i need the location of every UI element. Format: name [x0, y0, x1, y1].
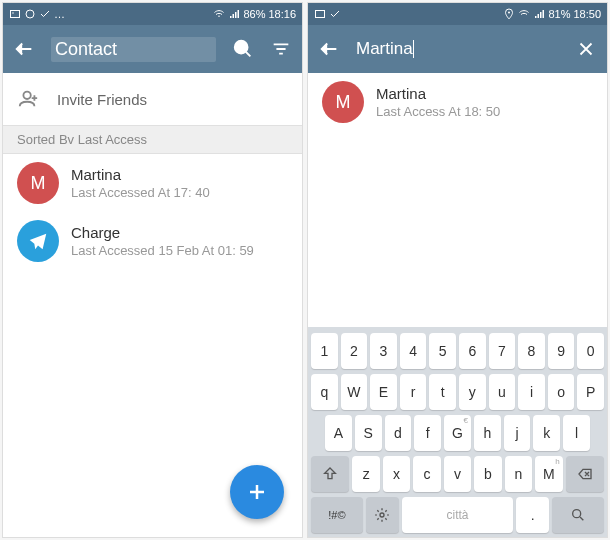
battery-text: 81% [548, 8, 570, 20]
key-A[interactable]: A [325, 415, 352, 451]
telegram-avatar [17, 220, 59, 262]
status-bar: … 86% 18:16 [3, 3, 302, 25]
key-y[interactable]: y [459, 374, 486, 410]
right-screen: 81% 18:50 Martina M Martina Last Access … [307, 2, 608, 538]
key-q[interactable]: q [311, 374, 338, 410]
key-d[interactable]: d [385, 415, 412, 451]
contact-name: Charge [71, 224, 254, 241]
shift-key[interactable] [311, 456, 349, 492]
kb-row-2: qWErtyuioP [311, 374, 604, 410]
contact-row[interactable]: M Martina Last Access At 18: 50 [308, 73, 607, 131]
key-k[interactable]: k [533, 415, 560, 451]
kb-row-5: !#© città . [311, 497, 604, 533]
key-4[interactable]: 4 [400, 333, 427, 369]
battery-text: 86% [243, 8, 265, 20]
check-icon [329, 8, 341, 20]
search-header: Martina [308, 25, 607, 73]
key-t[interactable]: t [429, 374, 456, 410]
key-1[interactable]: 1 [311, 333, 338, 369]
key-G[interactable]: G€ [444, 415, 471, 451]
space-key[interactable]: città [402, 497, 513, 533]
new-contact-fab[interactable] [230, 465, 284, 519]
wifi-icon [518, 8, 530, 20]
svg-point-5 [508, 12, 510, 14]
location-icon [503, 8, 515, 20]
key-o[interactable]: o [548, 374, 575, 410]
left-screen: … 86% 18:16 Contact Invite Friends Sorte… [2, 2, 303, 538]
key-E[interactable]: E [370, 374, 397, 410]
section-header: Sorted Bv Last Access [3, 125, 302, 154]
contact-row[interactable]: Charge Last Accessed 15 Feb At 01: 59 [3, 212, 302, 270]
invite-icon [17, 88, 39, 110]
avatar: M [322, 81, 364, 123]
key-6[interactable]: 6 [459, 333, 486, 369]
key-u[interactable]: u [489, 374, 516, 410]
key-P[interactable]: P [577, 374, 604, 410]
back-button[interactable] [318, 38, 340, 60]
avatar: M [17, 162, 59, 204]
svg-rect-0 [11, 11, 20, 18]
image-icon [314, 8, 326, 20]
back-button[interactable] [13, 38, 35, 60]
contact-sub: Last Accessed 15 Feb At 01: 59 [71, 243, 254, 258]
signal-icon [533, 8, 545, 20]
backspace-key[interactable] [566, 456, 604, 492]
invite-friends-row[interactable]: Invite Friends [3, 73, 302, 125]
svg-point-7 [573, 510, 581, 518]
key-S[interactable]: S [355, 415, 382, 451]
contact-row[interactable]: M Martina Last Accessed At 17: 40 [3, 154, 302, 212]
status-bar: 81% 18:50 [308, 3, 607, 25]
period-key[interactable]: . [516, 497, 549, 533]
signal-icon [228, 8, 240, 20]
key-2[interactable]: 2 [341, 333, 368, 369]
key-n[interactable]: n [505, 456, 532, 492]
svg-point-3 [235, 41, 248, 54]
search-key[interactable] [552, 497, 604, 533]
key-f[interactable]: f [414, 415, 441, 451]
settings-key[interactable] [366, 497, 399, 533]
invite-label: Invite Friends [57, 91, 147, 108]
svg-rect-4 [316, 11, 325, 18]
svg-point-6 [380, 513, 384, 517]
key-3[interactable]: 3 [370, 333, 397, 369]
key-r[interactable]: r [400, 374, 427, 410]
key-c[interactable]: c [413, 456, 440, 492]
key-0[interactable]: 0 [577, 333, 604, 369]
key-8[interactable]: 8 [518, 333, 545, 369]
key-l[interactable]: l [563, 415, 590, 451]
sort-button[interactable] [270, 38, 292, 60]
key-v[interactable]: v [444, 456, 471, 492]
kb-row-3: ASdfG€hjkl [311, 415, 604, 451]
key-b[interactable]: b [474, 456, 501, 492]
contact-sub: Last Accessed At 17: 40 [71, 185, 210, 200]
search-input[interactable]: Martina [356, 39, 413, 59]
key-M[interactable]: Mh [535, 456, 562, 492]
check-icon [39, 8, 51, 20]
more-icon: … [54, 8, 65, 20]
svg-point-1 [12, 12, 14, 14]
kb-row-numbers: 1234567890 [311, 333, 604, 369]
soft-keyboard: 1234567890 qWErtyuioP ASdfG€hjkl zxcvbnM… [308, 327, 607, 537]
clock-text: 18:16 [268, 8, 296, 20]
clear-search-button[interactable] [575, 38, 597, 60]
search-button[interactable] [232, 38, 254, 60]
key-9[interactable]: 9 [548, 333, 575, 369]
contact-sub: Last Access At 18: 50 [376, 104, 500, 119]
key-h[interactable]: h [474, 415, 501, 451]
image-icon [9, 8, 21, 20]
key-7[interactable]: 7 [489, 333, 516, 369]
key-5[interactable]: 5 [429, 333, 456, 369]
symbols-key[interactable]: !#© [311, 497, 363, 533]
key-i[interactable]: i [518, 374, 545, 410]
contact-name: Martina [71, 166, 210, 183]
key-j[interactable]: j [504, 415, 531, 451]
key-z[interactable]: z [352, 456, 379, 492]
svg-point-2 [26, 10, 34, 18]
chat-icon [24, 8, 36, 20]
wifi-icon [213, 8, 225, 20]
search-results: M Martina Last Access At 18: 50 [308, 73, 607, 327]
app-header: Contact [3, 25, 302, 73]
key-W[interactable]: W [341, 374, 368, 410]
page-title: Contact [51, 37, 216, 62]
key-x[interactable]: x [383, 456, 410, 492]
